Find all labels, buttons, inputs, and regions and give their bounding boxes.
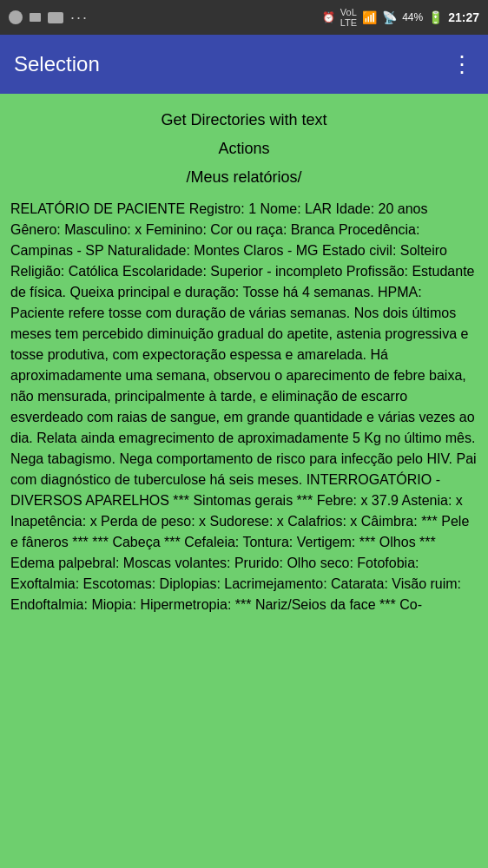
- get-directories-label[interactable]: Get Directories with text: [10, 111, 478, 129]
- status-bar: ··· ⏰ VoLLTE 📶 📡 44% 🔋 21:27: [0, 0, 488, 35]
- more-options-icon[interactable]: ⋮: [451, 51, 474, 78]
- battery-icon: 🔋: [428, 10, 443, 24]
- content-area: Get Directories with text Actions /Meus …: [0, 94, 488, 868]
- battery-label: 44%: [402, 11, 423, 23]
- alarm-icon: ⏰: [322, 11, 335, 23]
- square-icon: [30, 13, 41, 22]
- circle-icon: [9, 10, 23, 24]
- status-bar-right: ⏰ VoLLTE 📶 📡 44% 🔋 21:27: [322, 7, 479, 28]
- signal-icon: 📡: [382, 10, 397, 24]
- app-bar: Selection ⋮: [0, 35, 488, 94]
- status-bar-left: ···: [9, 9, 89, 27]
- wifi-icon: 📶: [362, 10, 377, 24]
- more-horizontal-icon: ···: [70, 9, 89, 27]
- time-label: 21:27: [448, 10, 479, 24]
- report-text: RELATÓRIO DE PACIENTE Registro: 1 Nome: …: [10, 199, 478, 615]
- vol-lte-label: VoLLTE: [340, 7, 357, 28]
- actions-label[interactable]: Actions: [10, 140, 478, 158]
- page-title: Selection: [14, 52, 100, 76]
- report-path-label[interactable]: /Meus relatórios/: [10, 168, 478, 187]
- image-icon: [48, 12, 63, 23]
